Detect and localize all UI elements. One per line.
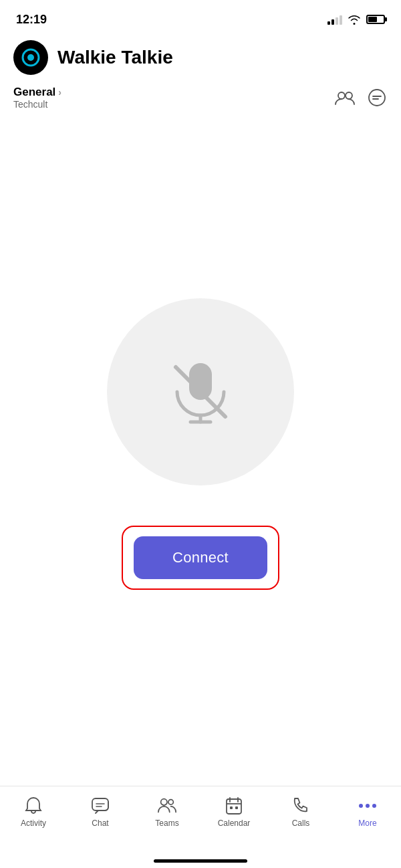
calendar-icon bbox=[224, 796, 244, 816]
channel-info: General › Techcult bbox=[13, 86, 61, 110]
svg-rect-9 bbox=[92, 798, 108, 810]
connect-highlight-border: Connect bbox=[122, 526, 279, 590]
app-header: Walkie Talkie bbox=[0, 35, 401, 83]
svg-point-11 bbox=[168, 800, 174, 805]
svg-point-19 bbox=[366, 804, 370, 808]
connect-button[interactable]: Connect bbox=[134, 536, 267, 579]
status-icons bbox=[327, 14, 385, 25]
participants-icon[interactable] bbox=[334, 87, 356, 108]
nav-item-teams[interactable]: Teams bbox=[134, 793, 200, 831]
nav-item-chat[interactable]: Chat bbox=[67, 793, 134, 831]
calendar-label: Calendar bbox=[218, 819, 251, 828]
signal-icon bbox=[327, 14, 342, 25]
status-bar: 12:19 bbox=[0, 0, 401, 35]
bottom-nav: Activity Chat Teams bbox=[0, 786, 401, 859]
more-icon bbox=[358, 796, 378, 816]
chat-label: Chat bbox=[92, 819, 108, 828]
channel-team: Techcult bbox=[13, 99, 61, 110]
teams-label: Teams bbox=[155, 819, 178, 828]
nav-item-calls[interactable]: Calls bbox=[267, 793, 334, 831]
svg-point-20 bbox=[372, 804, 376, 808]
home-indicator bbox=[0, 859, 401, 868]
battery-icon bbox=[366, 15, 385, 24]
status-time: 12:19 bbox=[16, 13, 47, 27]
mic-circle bbox=[107, 298, 294, 485]
svg-point-10 bbox=[161, 799, 167, 805]
svg-point-1 bbox=[27, 54, 34, 61]
nav-item-calendar[interactable]: Calendar bbox=[200, 793, 267, 831]
more-label: More bbox=[358, 819, 376, 828]
app-title: Walkie Talkie bbox=[57, 47, 173, 68]
wifi-icon bbox=[348, 14, 361, 25]
channel-row: General › Techcult bbox=[0, 83, 401, 115]
calls-label: Calls bbox=[292, 819, 310, 828]
nav-item-more[interactable]: More bbox=[334, 793, 401, 831]
nav-item-activity[interactable]: Activity bbox=[0, 793, 67, 831]
svg-point-2 bbox=[338, 92, 345, 99]
app-logo bbox=[13, 40, 48, 75]
svg-rect-17 bbox=[235, 806, 238, 809]
svg-rect-16 bbox=[230, 806, 233, 809]
activity-label: Activity bbox=[21, 819, 46, 828]
chat-nav-icon bbox=[90, 796, 110, 816]
svg-point-4 bbox=[369, 90, 385, 106]
calls-icon bbox=[291, 796, 311, 816]
svg-point-3 bbox=[346, 92, 352, 99]
svg-rect-12 bbox=[227, 799, 241, 814]
svg-point-18 bbox=[359, 804, 363, 808]
channel-name[interactable]: General › bbox=[13, 86, 61, 99]
channel-actions bbox=[334, 87, 388, 108]
teams-nav-icon bbox=[157, 796, 177, 816]
activity-icon bbox=[23, 796, 43, 816]
main-content: Connect bbox=[0, 115, 401, 786]
home-bar bbox=[154, 859, 247, 863]
channel-chevron-icon: › bbox=[58, 87, 61, 98]
chat-bubble-icon[interactable] bbox=[366, 87, 388, 108]
mic-muted-icon bbox=[164, 355, 237, 429]
